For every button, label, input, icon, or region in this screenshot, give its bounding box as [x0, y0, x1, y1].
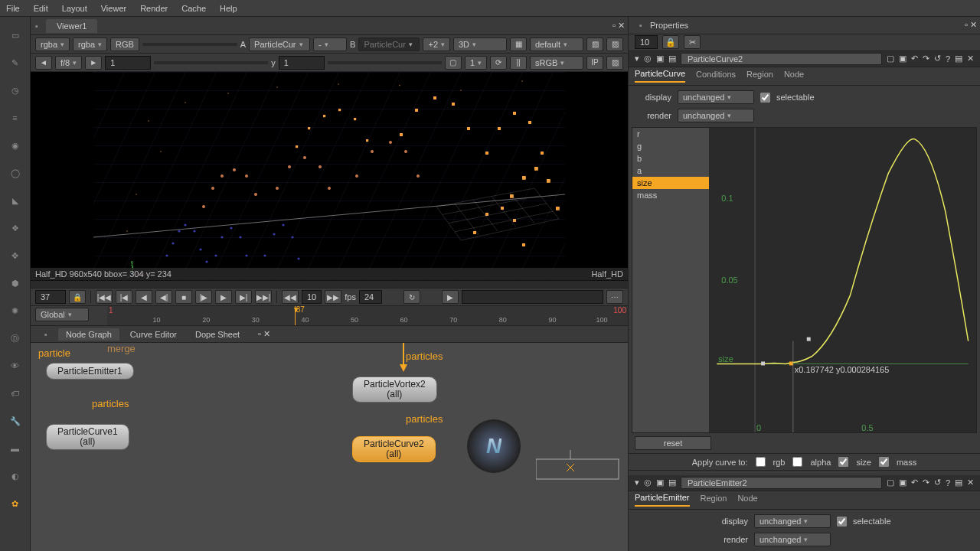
colorspace-select[interactable]: sRGB	[530, 56, 583, 70]
play-ext-button[interactable]: ▶	[442, 290, 459, 304]
hide-icon[interactable]: ▢	[887, 54, 894, 64]
display-select-2[interactable]: unchanged	[754, 514, 831, 528]
tool-image-icon[interactable]: ▭	[8, 28, 23, 43]
render-select-2[interactable]: unchanged	[754, 533, 831, 546]
render-icon[interactable]: ▤	[668, 54, 676, 64]
prev-frame-btn[interactable]: ◄	[35, 56, 52, 70]
redo-icon[interactable]: ↷	[923, 54, 929, 64]
menu-help[interactable]: Help	[220, 4, 237, 13]
revert-icon[interactable]: ↺	[934, 478, 941, 487]
tab-curveeditor[interactable]: Curve Editor	[122, 328, 185, 341]
range-out-button[interactable]: ▶▶	[325, 290, 341, 304]
viewport-3d[interactable]: x y Half_HD 960x540 bbox= 304 y= 234 Hal…	[31, 72, 628, 280]
tool-particles-icon[interactable]: ✺	[8, 303, 23, 318]
viewer-tab[interactable]: Viewer1	[46, 19, 98, 33]
tab-region[interactable]: Region	[746, 70, 773, 82]
float-icon[interactable]: ▣	[899, 478, 906, 487]
tool-channel-icon[interactable]: ≡	[8, 110, 23, 126]
gain-select[interactable]: +2	[423, 37, 450, 51]
a-node-select[interactable]: ParticleCur	[249, 37, 310, 51]
apply-mass-checkbox[interactable]	[879, 457, 889, 467]
tool-merge-icon[interactable]: ❖	[8, 220, 23, 236]
min-icon[interactable]: ▤	[955, 478, 962, 487]
node-name-field[interactable]: ParticleCurve2	[681, 53, 882, 65]
next-frame-btn[interactable]: ►	[85, 56, 102, 70]
tab-nodegraph[interactable]: Node Graph	[58, 328, 119, 341]
attr-item-g[interactable]: g	[632, 140, 709, 152]
viewer-icon[interactable]: ▣	[656, 478, 664, 487]
render-select[interactable]: unchanged	[678, 109, 754, 122]
apply-size-checkbox[interactable]	[838, 457, 848, 467]
blend-select[interactable]: -	[313, 37, 347, 51]
tool-color-icon[interactable]: ◉	[8, 138, 23, 153]
help-icon[interactable]: ?	[946, 54, 950, 64]
tab-particlecurve[interactable]: ParticleCurve	[635, 69, 685, 83]
last-frame-button[interactable]: ▶▶|	[255, 290, 272, 304]
undo-icon[interactable]: ↶	[911, 478, 918, 487]
tool-toolsets-icon[interactable]: 🔧	[8, 413, 23, 429]
attr-item-b[interactable]: b	[632, 152, 709, 165]
tool-transform-icon[interactable]: ✥	[8, 248, 23, 263]
tool-3d-icon[interactable]: ⬢	[8, 276, 23, 291]
node-particle-curve2[interactable]: ParticleCurve2(all)	[352, 436, 436, 462]
gain-field[interactable]: 1	[279, 56, 325, 70]
ip-btn[interactable]: IP	[586, 56, 603, 70]
tab-particleemitter[interactable]: ParticleEmitter	[635, 493, 690, 507]
selectable-checkbox[interactable]	[760, 93, 770, 103]
first-frame-button[interactable]: |◀◀	[96, 290, 113, 304]
attr-item-a[interactable]: a	[632, 165, 709, 177]
tab-node-2[interactable]: Node	[737, 494, 757, 506]
render-icon[interactable]: ▤	[668, 478, 676, 487]
center-icon[interactable]: ◎	[644, 478, 652, 487]
range-field[interactable]: 10	[302, 290, 322, 304]
hide-icon[interactable]: ▢	[887, 478, 894, 487]
tool-all-icon[interactable]: ◐	[8, 468, 23, 484]
play-button[interactable]: ▶	[215, 290, 232, 304]
help-icon[interactable]: ?	[946, 478, 950, 487]
view-btn-1[interactable]: ▦	[510, 37, 527, 51]
fstop-select[interactable]: f/8	[55, 56, 82, 70]
close-icon[interactable]: ✕	[967, 478, 974, 487]
reset-button[interactable]: reset	[635, 436, 711, 450]
undo-icon[interactable]: ↶	[911, 54, 918, 64]
tool-deep-icon[interactable]: Ⓓ	[8, 331, 23, 346]
proxy-select[interactable]: 1	[465, 56, 487, 70]
ext-menu-button[interactable]: ⋯	[606, 290, 623, 304]
tool-keyer-icon[interactable]: ◣	[8, 193, 23, 208]
redo-icon[interactable]: ↷	[923, 478, 929, 487]
panel-controls[interactable]: ▫ ✕	[612, 21, 625, 31]
menu-layout[interactable]: Layout	[62, 4, 87, 13]
props-panel-controls[interactable]: ▫ ✕	[965, 20, 977, 30]
display-select[interactable]: unchanged	[678, 90, 754, 104]
tool-meta-icon[interactable]: 🏷	[8, 386, 23, 401]
step-back-button[interactable]: ◀|	[155, 290, 172, 304]
attribute-list[interactable]: rgbasizemass	[632, 128, 709, 432]
play-back-button[interactable]: ◀	[136, 290, 152, 304]
expand-icon[interactable]: ▾	[635, 478, 639, 487]
menu-render[interactable]: Render	[140, 4, 168, 13]
next-key-button[interactable]: ▶|	[235, 290, 252, 304]
prev-key-button[interactable]: |◀	[116, 290, 132, 304]
channel-rgb[interactable]: RGB	[110, 37, 139, 51]
overlay-btn-1[interactable]: ▧	[586, 37, 603, 51]
tab-dopesheet[interactable]: Dope Sheet	[188, 328, 247, 341]
props-clear-button[interactable]: ✂	[684, 35, 701, 49]
hatch-btn[interactable]: ▨	[606, 56, 623, 70]
channel-select-2[interactable]: rgba	[73, 37, 107, 51]
tool-time-icon[interactable]: ◷	[8, 83, 23, 98]
selectable-checkbox-2[interactable]	[837, 517, 847, 527]
menu-cache[interactable]: Cache	[181, 4, 206, 13]
tool-views-icon[interactable]: 👁	[8, 358, 23, 373]
ng-panel-controls[interactable]: ▫ ✕	[250, 328, 278, 341]
refresh-btn[interactable]: ⟳	[490, 56, 507, 70]
b-node-select[interactable]: ParticleCur	[358, 37, 420, 51]
node-particle-vortex[interactable]: ParticleVortex2(all)	[352, 377, 437, 403]
apply-rgb-checkbox[interactable]	[756, 457, 766, 467]
step-fwd-button[interactable]: |▶	[195, 290, 212, 304]
node-particle-curve1[interactable]: ParticleCurve1(all)	[46, 424, 129, 450]
pause-btn[interactable]: ||	[510, 56, 527, 70]
ext-field[interactable]	[462, 290, 603, 304]
menu-viewer[interactable]: Viewer	[101, 4, 126, 13]
attr-item-mass[interactable]: mass	[632, 189, 709, 201]
timeline[interactable]: Global 1 100 37▼ 102030405060708090100	[31, 306, 628, 326]
